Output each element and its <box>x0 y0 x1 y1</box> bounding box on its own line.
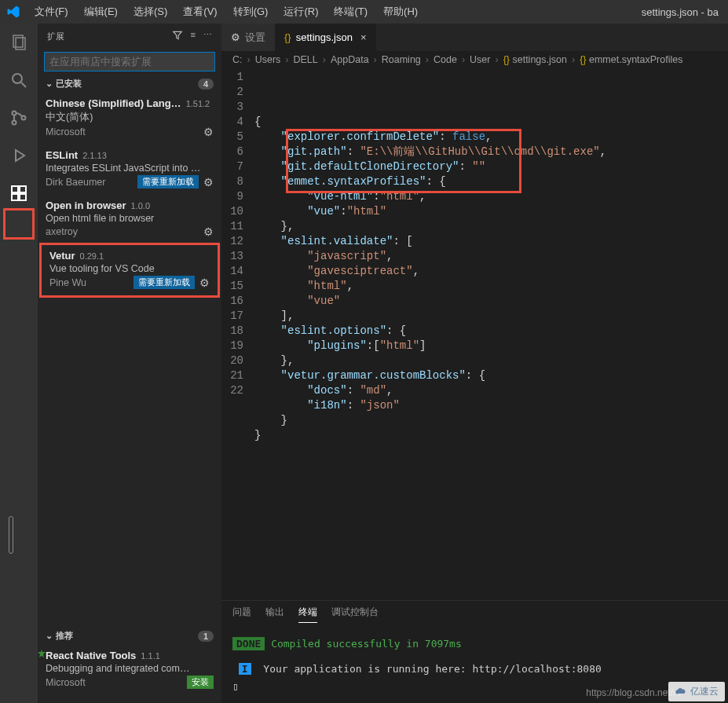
breadcrumb-segment[interactable]: DELL <box>294 54 318 65</box>
menu-item[interactable]: 帮助(H) <box>377 2 424 22</box>
svg-point-2 <box>13 74 22 83</box>
panel-tab[interactable]: 输出 <box>265 606 284 623</box>
breadcrumb-segment[interactable]: {} settings.json <box>503 54 567 65</box>
more-icon[interactable]: ⋯ <box>203 30 212 42</box>
ext-desc: Open html file in browser <box>46 213 214 224</box>
menu-item[interactable]: 编辑(E) <box>78 2 124 22</box>
svg-marker-7 <box>16 150 24 161</box>
code-line[interactable]: "javascript", <box>254 249 606 264</box>
recommended-count-badge: 1 <box>198 631 214 642</box>
code-line[interactable]: "git.defaultCloneDirectory": "" <box>254 159 606 174</box>
code-line[interactable]: } <box>254 428 606 443</box>
recommended-section-header[interactable]: ⌄推荐 1 <box>38 627 221 645</box>
tab-settings-json[interactable]: {} settings.json × <box>275 24 376 51</box>
code-line[interactable]: "i18n": "json" <box>254 398 606 413</box>
svg-point-4 <box>13 112 16 115</box>
code-line[interactable]: ], <box>254 309 606 324</box>
tab-settings[interactable]: ⚙ 设置 <box>221 24 275 51</box>
filter-icon[interactable] <box>172 30 183 42</box>
code-line[interactable]: "git.path": "E:\\前端\\GitHub\\Git\\cmd\\g… <box>254 145 606 159</box>
panel-tabs: 问题输出终端调试控制台 <box>221 601 728 628</box>
code-line[interactable]: "eslint.validate": [ <box>254 234 606 249</box>
breadcrumb-segment[interactable]: Code <box>434 54 457 65</box>
rec-ext-desc: Debugging and integrated com… <box>46 663 214 674</box>
gear-icon[interactable]: ⚙ <box>203 126 214 138</box>
chevron-right-icon: › <box>247 54 251 65</box>
reload-badge[interactable]: 需要重新加载 <box>137 175 199 189</box>
menu-item[interactable]: 文件(F) <box>28 2 75 22</box>
code-line[interactable]: "vue" <box>254 294 606 309</box>
svg-marker-12 <box>173 31 181 38</box>
extension-search-input[interactable] <box>44 52 215 71</box>
chevron-down-icon: ⌄ <box>46 631 53 640</box>
extension-item[interactable]: Open in browser 1.0.0Open html file in b… <box>38 195 221 244</box>
breadcrumb-segment[interactable]: {} emmet.syntaxProfiles <box>580 54 682 65</box>
code-line[interactable]: { <box>254 115 606 130</box>
extensions-icon[interactable] <box>8 182 30 204</box>
gear-icon[interactable]: ⚙ <box>203 225 214 238</box>
highlight-box <box>3 208 35 240</box>
rec-ext-publisher: Microsoft <box>46 677 86 688</box>
breadcrumb-segment[interactable]: AppData <box>331 54 369 65</box>
editor-area: ⚙ 设置 {} settings.json × C:›Users›DELL›Ap… <box>221 24 728 703</box>
window-title: settings.json - ba <box>642 6 722 18</box>
svg-rect-9 <box>12 194 18 200</box>
code-line[interactable]: "gavesciptreact", <box>254 264 606 279</box>
extension-item[interactable]: ESLint 2.1.13Integrates ESLint JavaScrip… <box>38 145 221 195</box>
breadcrumb-segment[interactable]: Roaming <box>382 54 421 65</box>
list-icon[interactable]: ≡ <box>191 30 196 42</box>
code-line[interactable]: }, <box>254 353 606 368</box>
menu-item[interactable]: 运行(R) <box>277 2 324 22</box>
extensions-sidebar: 扩展 ≡ ⋯ ⌄已安装 4 Chinese (Simplified) Lang…… <box>38 24 221 703</box>
panel-tab[interactable]: 终端 <box>298 606 317 623</box>
installed-section-header[interactable]: ⌄已安装 4 <box>38 75 221 93</box>
explorer-icon[interactable] <box>8 31 30 53</box>
code-line[interactable]: "plugins":["html"] <box>254 339 606 353</box>
watermark-brand-text: 亿速云 <box>690 685 719 698</box>
menu-item[interactable]: 转到(G) <box>227 2 275 22</box>
vscode-logo-icon <box>6 5 20 19</box>
reload-badge[interactable]: 需要重新加载 <box>134 276 195 289</box>
code-content[interactable]: { "explorer.confirmDelete": false, "git.… <box>254 70 606 443</box>
panel-tab[interactable]: 调试控制台 <box>331 606 379 623</box>
svg-rect-10 <box>20 194 26 200</box>
source-control-icon[interactable] <box>8 107 30 129</box>
code-line[interactable]: "emmet.syntaxProfiles": { <box>254 174 606 189</box>
code-line[interactable]: "docs": "md", <box>254 383 606 398</box>
menu-item[interactable]: 查看(V) <box>177 2 223 22</box>
ext-desc: 中文(简体) <box>46 111 214 124</box>
installed-extensions-list: Chinese (Simplified) Lang… 1.51.2中文(简体)M… <box>38 93 221 296</box>
panel-tab[interactable]: 问题 <box>232 606 251 623</box>
ext-version: 1.0.0 <box>131 201 150 211</box>
chevron-right-icon: › <box>495 54 498 65</box>
code-line[interactable]: "html", <box>254 279 606 294</box>
code-line[interactable]: "vetur.grammar.customBlocks": { <box>254 368 606 383</box>
search-icon[interactable] <box>8 69 30 91</box>
gear-icon[interactable]: ⚙ <box>199 276 210 289</box>
menu-item[interactable]: 选择(S) <box>127 2 174 22</box>
code-line[interactable]: "eslint.options": { <box>254 324 606 339</box>
extension-item[interactable]: Vetur 0.29.1Vue tooling for VS CodePine … <box>39 243 220 298</box>
breadcrumb-segment[interactable]: Users <box>255 54 281 65</box>
code-line[interactable]: "explorer.confirmDelete": false, <box>254 130 606 145</box>
info-badge: I <box>239 663 251 675</box>
code-line[interactable]: "vue":"html" <box>254 204 606 219</box>
code-line[interactable]: }, <box>254 219 606 234</box>
editor-tabs: ⚙ 设置 {} settings.json × <box>221 24 728 51</box>
breadcrumb-segment[interactable]: C: <box>232 54 243 65</box>
menu-item[interactable]: 终端(T) <box>327 2 374 22</box>
install-button[interactable]: 安装 <box>187 676 214 689</box>
breadcrumb-segment[interactable]: User <box>470 54 490 65</box>
code-line[interactable]: "vue-html":"html", <box>254 189 606 204</box>
close-icon[interactable]: × <box>360 31 367 43</box>
json-icon: {} <box>284 31 291 43</box>
code-editor[interactable]: 12345678910111213141516171819202122 { "e… <box>221 68 728 443</box>
gear-icon[interactable]: ⚙ <box>203 176 214 189</box>
breadcrumb[interactable]: C:›Users›DELL›AppData›Roaming›Code›User›… <box>221 51 728 68</box>
code-line[interactable]: } <box>254 413 606 428</box>
debug-icon[interactable] <box>8 145 30 167</box>
recommended-extension-item[interactable]: React Native Tools 1.1.1 Debugging and i… <box>38 645 221 695</box>
recommended-label: 推荐 <box>56 631 73 640</box>
extension-item[interactable]: Chinese (Simplified) Lang… 1.51.2中文(简体)M… <box>38 93 221 145</box>
svg-line-3 <box>21 82 26 87</box>
